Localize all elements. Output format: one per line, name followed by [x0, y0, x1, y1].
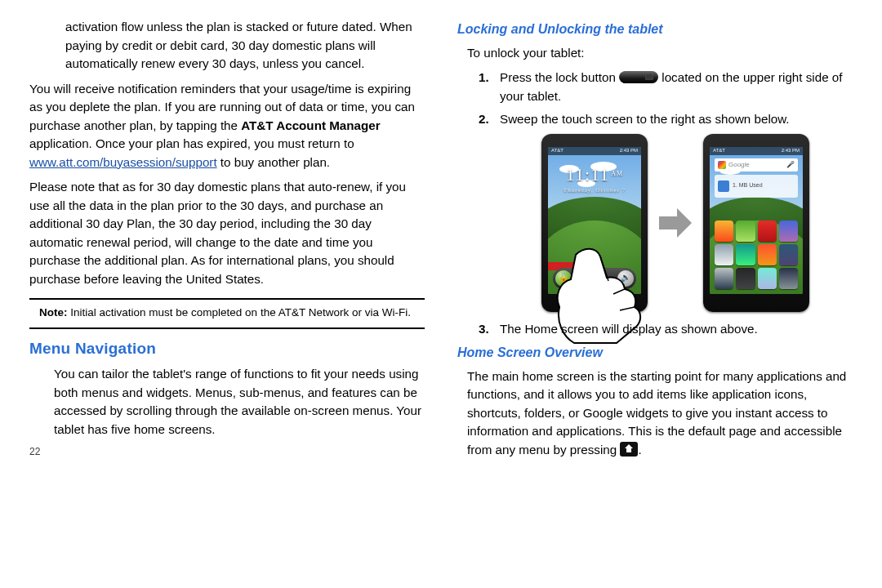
app-icon: [779, 220, 798, 242]
app-icon: [736, 268, 755, 289]
step-2: Sweep the touch screen to the right as s…: [500, 110, 853, 129]
tablet-homescreen: AT&T 2:43 PM Google 🎤 1. MB Used: [703, 134, 809, 312]
app-icon: [736, 244, 755, 265]
rule-top: [29, 298, 425, 300]
para-activation: activation flow unless the plan is stack…: [29, 18, 425, 74]
heading-lock-unlock: Locking and Unlocking the tablet: [457, 20, 853, 39]
step1-text-a: Press the lock button: [500, 70, 619, 84]
status-bar: AT&T 2:43 PM: [548, 147, 641, 155]
app-icon: [779, 244, 798, 265]
support-link[interactable]: www.att.com/buyasession/support: [29, 155, 217, 169]
search-placeholder: Google: [728, 160, 750, 170]
heading-menu-navigation: Menu Navigation: [29, 337, 425, 360]
para-notification: You will receive notification reminders …: [29, 80, 425, 172]
status-bar: AT&T 2:43 PM: [710, 147, 803, 155]
clock-ampm: AM: [611, 170, 623, 177]
lock-button-icon: [619, 71, 658, 83]
homescreen: AT&T 2:43 PM Google 🎤 1. MB Used: [710, 147, 803, 294]
app-icon: [736, 220, 755, 242]
google-icon: [718, 161, 726, 169]
home-text-b: .: [638, 443, 641, 457]
para-home-overview: The main home screen is the starting poi…: [457, 368, 853, 460]
app-icon: [715, 268, 733, 289]
unlock-figure: AT&T 2:43 PM 11:11AM Thursday, October 7…: [498, 134, 853, 312]
status-time: 2:43 PM: [620, 147, 638, 154]
app-icon: [758, 220, 777, 242]
home-button-icon: [620, 442, 638, 457]
unlock-steps-cont: The Home screen will display as shown ab…: [457, 320, 853, 339]
home-text-a: The main home screen is the starting poi…: [467, 369, 846, 457]
status-time: 2:43 PM: [782, 147, 800, 154]
unlock-steps: Press the lock button located on the upp…: [457, 69, 853, 129]
para-autorenew: Please note that as for 30 day domestic …: [29, 178, 425, 288]
manual-page: activation flow unless the plan is stack…: [0, 0, 882, 466]
note-label: Note:: [39, 306, 68, 318]
step-1: Press the lock button located on the upp…: [500, 69, 853, 105]
clock-time: 11:11: [566, 164, 609, 185]
clock-date: Thursday, October 7: [548, 186, 641, 194]
carrier-label: AT&T: [713, 147, 725, 154]
text: to buy another plan.: [217, 155, 330, 169]
rule-bottom: [29, 327, 425, 329]
app-icon: [758, 268, 777, 289]
widget-text: 1. MB Used: [733, 181, 763, 189]
page-number: 22: [29, 445, 425, 460]
data-usage-widget: 1. MB Used: [715, 175, 798, 198]
heading-home-overview: Home Screen Overview: [457, 343, 853, 363]
transition-arrow-icon: [659, 208, 692, 238]
widget-icon: [718, 180, 729, 192]
para-menu: You can tailor the tablet's range of fun…: [29, 365, 425, 439]
app-icon: [715, 244, 733, 265]
unlock-intro: To unlock your tablet:: [457, 44, 853, 63]
app-icon: [715, 220, 733, 242]
tablet-lockscreen: AT&T 2:43 PM 11:11AM Thursday, October 7…: [541, 134, 648, 312]
note-line: Note: Initial activation must be complet…: [29, 305, 425, 321]
carrier-label: AT&T: [551, 147, 564, 154]
lock-clock: 11:11AM Thursday, October 7: [548, 162, 641, 195]
left-column: activation flow unless the plan is stack…: [29, 18, 425, 466]
google-search-widget: Google 🎤: [715, 158, 798, 172]
app-icon: [779, 268, 798, 289]
app-grid: [715, 220, 798, 289]
step-3: The Home screen will display as shown ab…: [500, 320, 853, 339]
text: application. Once your plan has expired,…: [29, 136, 354, 150]
bold-app-name: AT&T Account Manager: [241, 118, 380, 132]
right-column: Locking and Unlocking the tablet To unlo…: [457, 18, 853, 466]
mic-icon: 🎤: [786, 160, 795, 170]
app-icon: [758, 244, 777, 265]
note-text: Initial activation must be completed on …: [68, 306, 411, 318]
